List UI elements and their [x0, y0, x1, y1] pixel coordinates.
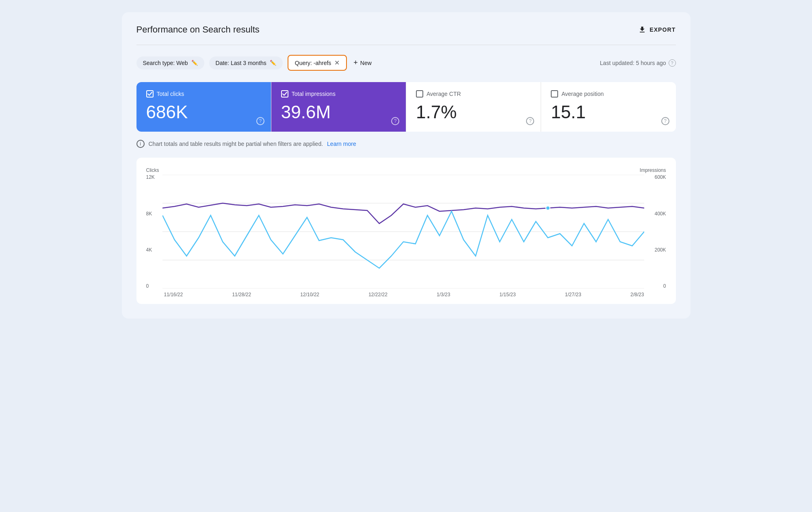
help-icon-clicks[interactable]: ? [256, 117, 264, 125]
search-type-filter[interactable]: Search type: Web ✏️ [136, 56, 204, 69]
date-filter[interactable]: Date: Last 3 months ✏️ [209, 56, 283, 69]
last-updated: Last updated: 5 hours ago ? [600, 59, 676, 67]
metrics-row: Total clicks 686K ? Total impressions 39… [136, 82, 676, 132]
metric-checkbox-clicks[interactable] [146, 90, 154, 98]
y-left-12k: 12K [146, 175, 161, 180]
export-label: EXPORT [650, 26, 676, 33]
query-filter[interactable]: Query: -ahrefs ✕ [288, 55, 347, 71]
y-left-0: 0 [146, 284, 161, 289]
header-divider [136, 45, 676, 45]
main-container: Performance on Search results EXPORT Sea… [122, 12, 691, 319]
download-icon [638, 26, 646, 34]
x-label-0: 11/16/22 [164, 292, 183, 297]
info-icon: i [136, 140, 145, 148]
chart-svg [162, 175, 644, 289]
x-label-5: 1/15/23 [500, 292, 516, 297]
learn-more-link[interactable]: Learn more [327, 141, 356, 147]
chart-axis-headers: Clicks Impressions [146, 167, 666, 173]
y-right-0: 0 [646, 284, 666, 289]
metric-label-row: Total impressions [281, 90, 396, 98]
chart-container: Clicks Impressions 12K 8K 4K 0 600K 400K… [136, 158, 676, 304]
date-label: Date: Last 3 months [216, 60, 266, 66]
x-label-6: 1/27/23 [565, 292, 581, 297]
chart-area: 12K 8K 4K 0 600K 400K 200K 0 [146, 175, 666, 289]
left-axis-label: Clicks [146, 167, 159, 173]
y-axis-left: 12K 8K 4K 0 [146, 175, 161, 289]
impressions-line [162, 203, 644, 223]
chart-dot [546, 206, 550, 210]
total-clicks-value: 686K [146, 102, 261, 122]
page-title: Performance on Search results [136, 24, 260, 35]
metric-checkbox-position[interactable] [551, 90, 558, 98]
new-label: New [360, 60, 372, 66]
right-axis-label: Impressions [640, 167, 666, 173]
new-filter-button[interactable]: + New [352, 55, 373, 70]
help-icon-impressions[interactable]: ? [391, 117, 399, 125]
query-label: Query: -ahrefs [295, 60, 331, 66]
y-right-400k: 400K [646, 211, 666, 216]
info-bar: i Chart totals and table results might b… [136, 140, 676, 148]
help-circle-icon: ? [669, 59, 676, 67]
filters-row: Search type: Web ✏️ Date: Last 3 months … [136, 55, 676, 71]
metric-checkbox-impressions[interactable] [281, 90, 288, 98]
metric-total-clicks[interactable]: Total clicks 686K ? [136, 82, 271, 132]
help-icon-ctr[interactable]: ? [526, 117, 534, 125]
pencil-icon: ✏️ [191, 60, 198, 66]
x-label-1: 11/28/22 [232, 292, 251, 297]
search-type-label: Search type: Web [143, 60, 188, 66]
x-label-3: 12/22/22 [368, 292, 388, 297]
metric-total-impressions[interactable]: Total impressions 39.6M ? [271, 82, 406, 132]
metric-avg-ctr[interactable]: Average CTR 1.7% ? [406, 82, 541, 132]
y-right-200k: 200K [646, 247, 666, 252]
pencil-icon: ✏️ [270, 60, 276, 66]
last-updated-text: Last updated: 5 hours ago [600, 60, 666, 66]
help-icon-position[interactable]: ? [661, 117, 669, 125]
plus-icon: + [353, 59, 358, 67]
avg-ctr-label: Average CTR [427, 91, 461, 97]
avg-position-value: 15.1 [551, 102, 666, 122]
export-button[interactable]: EXPORT [638, 26, 676, 34]
y-axis-right: 600K 400K 200K 0 [646, 175, 666, 289]
total-clicks-label: Total clicks [157, 91, 184, 97]
y-left-8k: 8K [146, 211, 161, 216]
checkmark-icon [147, 92, 152, 96]
avg-ctr-value: 1.7% [416, 102, 531, 122]
y-left-4k: 4K [146, 247, 161, 252]
metric-label-row: Total clicks [146, 90, 261, 98]
info-text: Chart totals and table results might be … [149, 141, 323, 147]
avg-position-label: Average position [561, 91, 604, 97]
x-label-2: 12/10/22 [300, 292, 319, 297]
metric-label-row: Average CTR [416, 90, 531, 98]
x-label-7: 2/8/23 [630, 292, 644, 297]
chart-inner [162, 175, 644, 289]
y-right-600k: 600K [646, 175, 666, 180]
metric-label-row: Average position [551, 90, 666, 98]
total-impressions-label: Total impressions [292, 91, 336, 97]
clicks-line [162, 211, 644, 268]
metric-avg-position[interactable]: Average position 15.1 ? [541, 82, 676, 132]
checkmark-icon [282, 92, 287, 96]
header: Performance on Search results EXPORT [136, 24, 676, 35]
total-impressions-value: 39.6M [281, 102, 396, 122]
metric-checkbox-ctr[interactable] [416, 90, 423, 98]
x-label-4: 1/3/23 [437, 292, 450, 297]
x-axis-labels: 11/16/22 11/28/22 12/10/22 12/22/22 1/3/… [146, 292, 666, 297]
close-icon[interactable]: ✕ [334, 59, 340, 67]
